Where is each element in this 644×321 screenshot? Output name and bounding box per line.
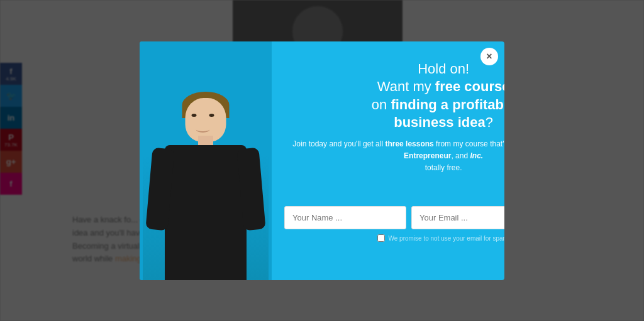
modal-popup: × xyxy=(140,41,504,280)
email-input[interactable] xyxy=(411,206,504,229)
modal-title: Hold on! Want my free course on finding … xyxy=(284,60,504,132)
modal-text-content: Hold on! Want my free course on finding … xyxy=(272,41,504,280)
modal-subtitle: Join today and you'll get all three less… xyxy=(284,138,504,175)
name-input[interactable] xyxy=(284,206,406,229)
privacy-note: We promise to not use your email for spa… xyxy=(284,234,504,242)
privacy-checkbox[interactable] xyxy=(377,234,385,242)
arrow-container: ↙ xyxy=(284,179,504,203)
modal-photo xyxy=(140,41,272,280)
modal-form: Join Now xyxy=(284,206,504,229)
close-button[interactable]: × xyxy=(480,48,498,65)
privacy-text: We promise to not use your email for spa… xyxy=(389,235,505,242)
